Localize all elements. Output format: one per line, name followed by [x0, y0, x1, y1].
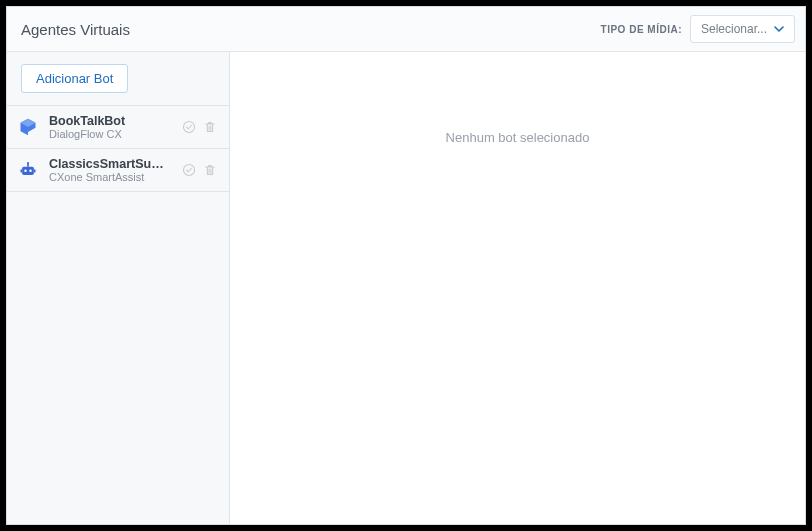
page-title: Agentes Virtuais — [21, 21, 130, 38]
sidebar-header: Adicionar Bot — [7, 52, 229, 106]
bot-list-item[interactable]: BookTalkBot DialogFlow CX — [7, 106, 229, 149]
sidebar: Adicionar Bot BookTalkBot DialogFlow CX — [7, 52, 230, 524]
body: Adicionar Bot BookTalkBot DialogFlow CX — [7, 52, 805, 524]
bot-provider: CXone SmartAssist — [49, 171, 171, 183]
svg-point-0 — [183, 121, 194, 132]
bot-item-text: ClassicsSmartSuppo... CXone SmartAssist — [49, 157, 171, 183]
media-type-label: TIPO DE MÍDIA: — [601, 24, 682, 35]
add-bot-button[interactable]: Adicionar Bot — [21, 64, 128, 93]
robot-icon — [17, 159, 39, 181]
svg-point-2 — [24, 170, 27, 173]
svg-rect-6 — [34, 169, 36, 172]
bot-list: BookTalkBot DialogFlow CX — [7, 106, 229, 192]
svg-rect-1 — [22, 167, 34, 175]
main-content: Nenhum bot selecionado — [230, 52, 805, 524]
bot-list-item[interactable]: ClassicsSmartSuppo... CXone SmartAssist — [7, 149, 229, 192]
check-circle-icon[interactable] — [181, 120, 196, 135]
bot-item-text: BookTalkBot DialogFlow CX — [49, 114, 171, 140]
bot-name: ClassicsSmartSuppo... — [49, 157, 171, 171]
media-type-select[interactable]: Selecionar... — [690, 15, 795, 43]
svg-point-3 — [29, 170, 32, 173]
svg-rect-5 — [21, 169, 23, 172]
svg-point-4 — [27, 162, 29, 164]
bot-item-actions — [181, 163, 217, 178]
virtual-agents-window: Agentes Virtuais TIPO DE MÍDIA: Selecion… — [6, 6, 806, 525]
bot-item-actions — [181, 120, 217, 135]
media-type-value: Selecionar... — [701, 22, 767, 36]
chevron-down-icon — [774, 24, 784, 34]
dialogflow-icon — [17, 116, 39, 138]
header-bar: Agentes Virtuais TIPO DE MÍDIA: Selecion… — [7, 7, 805, 52]
bot-provider: DialogFlow CX — [49, 128, 171, 140]
bot-name: BookTalkBot — [49, 114, 171, 128]
svg-point-7 — [183, 164, 194, 175]
header-controls: TIPO DE MÍDIA: Selecionar... — [601, 15, 795, 43]
trash-icon[interactable] — [202, 120, 217, 135]
empty-state-message: Nenhum bot selecionado — [446, 130, 590, 145]
trash-icon[interactable] — [202, 163, 217, 178]
check-circle-icon[interactable] — [181, 163, 196, 178]
